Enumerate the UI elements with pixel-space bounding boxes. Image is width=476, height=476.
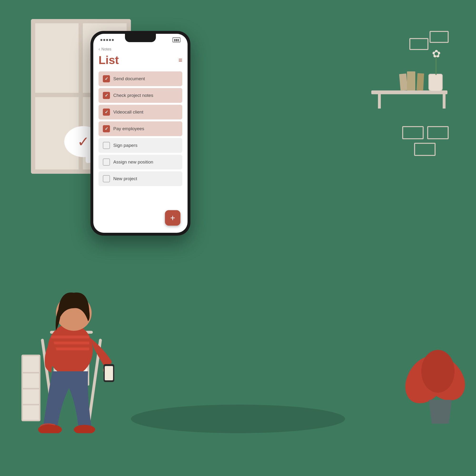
task-item-3[interactable]: ✓ Videocall client (99, 105, 182, 119)
wall-decoration-right-3 (414, 143, 436, 156)
shelf-support-left (378, 94, 381, 108)
task-text-3: Videocall client (113, 109, 143, 115)
signal-dot-2 (103, 39, 105, 41)
task-text-4: Pay employees (113, 126, 144, 131)
checkbox-empty-7[interactable] (103, 175, 110, 182)
svg-rect-4 (51, 347, 89, 350)
checkbox-empty-6[interactable] (103, 158, 110, 166)
floor-shadow (131, 405, 345, 433)
task-list: ✓ Send document ✓ Check project notes ✓ … (99, 71, 182, 186)
task-item-4[interactable]: ✓ Pay employees (99, 121, 182, 136)
back-label[interactable]: Notes (102, 47, 111, 51)
signal-dot-4 (109, 39, 111, 41)
checkbox-checked-4[interactable]: ✓ (103, 125, 110, 132)
task-text-5: Sign papers (113, 143, 137, 148)
book-1 (399, 73, 408, 91)
task-text-7: New project (113, 176, 137, 181)
scene: ✿ ✓ (0, 0, 476, 476)
checkbox-checked-2[interactable]: ✓ (103, 92, 110, 99)
task-item-7[interactable]: New project (99, 171, 182, 186)
plant-pot (426, 400, 455, 424)
fab-add-button[interactable]: + (165, 210, 180, 226)
checkbox-checked-1[interactable]: ✓ (103, 75, 110, 82)
svg-rect-2 (51, 336, 89, 339)
signal-dot-1 (101, 39, 102, 41)
person (24, 267, 131, 433)
person-svg (24, 267, 131, 433)
phone-screen: ▲ ▮▮▮ ‹ Notes List ≡ ✓ (93, 34, 187, 233)
signal-dots (101, 39, 114, 41)
battery-indicator: ▮▮▮ (172, 37, 180, 42)
wall-decoration-right-1 (402, 126, 424, 139)
menu-icon[interactable]: ≡ (178, 56, 182, 64)
back-navigation[interactable]: ‹ Notes (99, 47, 182, 52)
signal-dot-5 (112, 39, 114, 41)
bubble-check-icon: ✓ (77, 133, 89, 150)
wall-decoration-top-right-1 (409, 38, 428, 50)
book-3 (416, 73, 424, 90)
vase (428, 74, 443, 92)
phone-outer-frame: ▲ ▮▮▮ ‹ Notes List ≡ ✓ (90, 31, 190, 236)
task-item-1[interactable]: ✓ Send document (99, 71, 182, 86)
shelf-support-right (443, 94, 445, 108)
back-chevron-icon[interactable]: ‹ (99, 47, 100, 52)
wall-decoration-top-right-2 (430, 31, 449, 43)
phone-device: ▲ ▮▮▮ ‹ Notes List ≡ ✓ (90, 31, 190, 236)
plant-leaf-3 (421, 350, 455, 393)
checkbox-empty-5[interactable] (103, 142, 110, 149)
book-2 (407, 71, 415, 90)
app-header: List ≡ (99, 53, 182, 67)
wall-decoration-right-2 (427, 126, 449, 139)
phone-notch (125, 34, 156, 42)
flower-petals: ✿ (432, 48, 441, 60)
task-item-2[interactable]: ✓ Check project notes (99, 88, 182, 103)
task-text-1: Send document (113, 76, 145, 81)
task-item-5[interactable]: Sign papers (99, 138, 182, 153)
svg-rect-7 (105, 366, 113, 380)
task-item-6[interactable]: Assign new position (99, 155, 182, 170)
svg-point-9 (74, 425, 95, 433)
task-text-2: Check project notes (113, 93, 153, 98)
checkbox-checked-3[interactable]: ✓ (103, 108, 110, 116)
task-text-6: Assign new position (113, 159, 153, 165)
app-content: ‹ Notes List ≡ ✓ Send document ✓ (93, 47, 187, 186)
app-title: List (99, 53, 119, 67)
signal-dot-3 (106, 39, 108, 41)
svg-rect-3 (51, 341, 89, 344)
